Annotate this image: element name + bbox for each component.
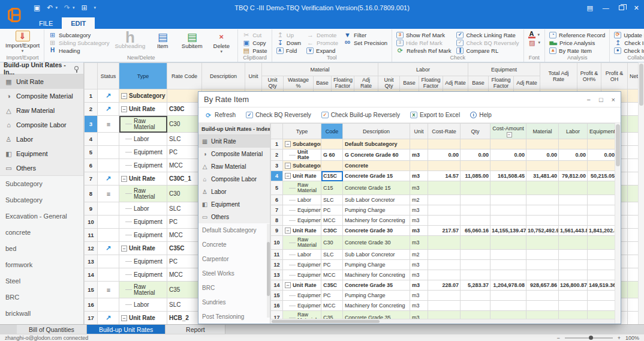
dialog-horizontal-scrollbar[interactable] [270,319,615,324]
sidebar-item-composite-material[interactable]: ◑Composite Material [0,89,83,103]
ribbon-button-font-color[interactable]: A▾ [526,31,543,38]
cost-rate-cell[interactable] [428,181,461,195]
dialog-nav-item-labor[interactable]: ♙Labor [198,186,270,198]
column-header-rate-code[interactable]: Rate Code [167,63,202,89]
column-header-wastage[interactable]: Wastage % [284,76,314,89]
type-cell[interactable]: Equipment [283,260,321,270]
dialog-category-item-carpentor[interactable]: Carpentor [198,252,270,267]
type-cell[interactable]: Labor [119,202,167,216]
row-number-cell[interactable]: 11 [271,250,283,260]
ribbon-button-delete[interactable]: ✕Delete▾ [207,29,235,54]
rate-code-cell[interactable]: MCC [167,159,202,172]
qty-cell[interactable] [461,250,490,260]
row-number-cell[interactable]: 5 [85,146,98,159]
labor-cell[interactable] [559,260,588,270]
labor-cell[interactable] [559,250,588,260]
description-cell[interactable]: Machinery for Concreting [343,301,410,311]
cost-rate-cell[interactable] [428,291,461,301]
column-header-description[interactable]: Description [343,124,410,139]
column-header-floating-factor[interactable]: Floating Factor [489,76,514,89]
rate-code-cell[interactable]: SLC [167,202,202,216]
type-cell[interactable]: Equipment [283,291,321,301]
type-cell[interactable]: Equipment [119,216,167,229]
type-cell[interactable]: Labor [119,298,167,312]
type-cell[interactable]: Labor [119,133,167,146]
cost-amount-cell[interactable] [490,270,526,280]
dialog-table-scrollbar[interactable] [615,123,621,324]
row-number-cell[interactable]: 7 [271,205,283,216]
ribbon-button-down[interactable]: ↧Down [275,39,303,46]
scrollbar-thumb[interactable] [272,320,380,323]
row-number-cell[interactable]: 6 [271,195,283,205]
status-cell[interactable] [98,255,119,268]
type-cell[interactable]: Labor [283,250,321,260]
qty-cell[interactable] [461,216,490,226]
type-cell[interactable]: −Subcategory [283,139,321,149]
cost-rate-cell[interactable] [428,216,461,226]
type-cell[interactable]: −Subcategory [283,161,321,171]
dialog-nav-item-composite-material[interactable]: ◑Composite Material [198,148,270,160]
code-cell[interactable]: SLC [321,250,343,260]
equipment-cell[interactable]: 149,519.36 [588,280,615,291]
cost-rate-cell[interactable]: 217.57 [428,226,461,236]
column-header-equipment[interactable]: Equipment [588,124,615,139]
type-cell[interactable]: Equipment [283,216,321,226]
material-cell[interactable] [526,291,559,301]
restore-icon[interactable] [619,5,624,10]
labor-cell[interactable] [559,236,588,250]
rate-code-cell[interactable]: MCC [167,268,202,282]
row-number-cell[interactable]: 13 [85,255,98,268]
ribbon-button-check-in[interactable]: ↥Check In [612,39,644,46]
qty-cell[interactable]: 5,283.37 [461,280,490,291]
equipment-cell[interactable]: 1,841,202.59 [588,226,615,236]
dialog-tool-export-to-excel[interactable]: XExport to Excel [410,112,460,118]
type-cell[interactable]: −Unit Rate [119,242,167,255]
equipment-cell[interactable] [588,236,615,250]
cost-rate-cell[interactable] [428,161,461,171]
net-rate-cell[interactable]: 2 [628,103,638,116]
sidebar-item-labor[interactable]: ♙Labor [0,132,83,146]
column-header-status[interactable]: Status [98,63,119,89]
row-number-cell[interactable]: 15 [271,291,283,301]
unit-cell[interactable]: m3 [410,291,428,301]
column-header-qty[interactable]: Qty [461,124,490,139]
row-number-cell[interactable]: 14 [85,268,98,282]
qty-cell[interactable] [461,195,490,205]
close-icon[interactable]: ✕ [634,4,639,12]
equipment-cell[interactable] [588,270,615,280]
status-cell[interactable]: ↗ [98,103,119,116]
net-rate-cell[interactable]: 2 [628,172,638,186]
description-cell[interactable]: Concrete Grade 30 [343,236,410,250]
code-cell[interactable]: G 60 [321,149,343,161]
material-cell[interactable]: 10,752,492.99 [526,226,559,236]
cost-amount-cell[interactable] [490,301,526,311]
pin-icon[interactable] [74,66,79,70]
zoom-out-button[interactable]: − [556,335,559,341]
equipment-cell[interactable] [588,250,615,260]
equipment-cell[interactable] [588,161,615,171]
material-cell[interactable] [526,195,559,205]
dialog-category-item-post-tensioning[interactable]: Post Tensioning [198,310,270,324]
cost-amount-cell[interactable] [490,236,526,250]
view-tab-build-up-unit-rates[interactable]: Build-up Unit Rates [87,325,165,334]
status-cell[interactable]: ↗ [98,312,119,325]
column-header-labor[interactable]: Labor [559,124,588,139]
qty-cell[interactable] [461,236,490,250]
cost-rate-cell[interactable]: 14.57 [428,171,461,181]
material-cell[interactable] [526,161,559,171]
row-number-cell[interactable]: 5 [271,181,283,195]
description-cell[interactable]: Pumping Charge [343,205,410,216]
column-header-material[interactable]: Material [262,63,378,76]
ribbon-button-filter[interactable]: ▼Filter [342,31,389,38]
column-header-unit-qty[interactable]: Unit Qty [262,76,284,89]
ribbon-button-item[interactable]: ▤Item [149,29,176,49]
row-number-cell[interactable]: 15 [85,282,98,298]
status-cell[interactable]: ↗ [98,89,119,103]
ribbon-button-import-export[interactable]: ⇓Import/Export▾ [4,29,41,53]
dialog-nav-item-raw-material[interactable]: △Raw Material [198,160,270,173]
row-number-cell[interactable]: 7 [85,172,98,186]
row-number-cell[interactable]: 11 [85,229,98,242]
rate-code-cell[interactable]: SLC [167,298,202,312]
code-cell[interactable]: PC [321,260,343,270]
type-cell[interactable]: Equipment [119,268,167,282]
